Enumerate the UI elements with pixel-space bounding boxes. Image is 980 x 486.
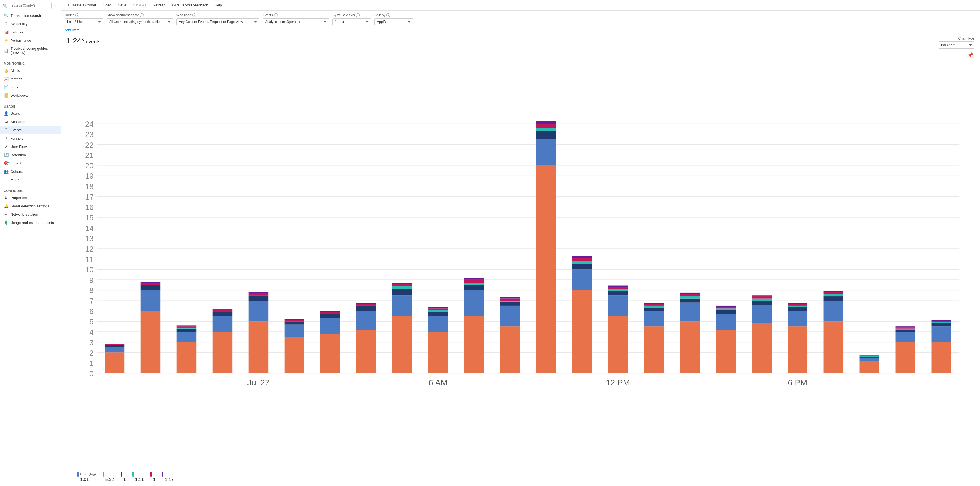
- add-filters-link[interactable]: Add filters: [61, 25, 980, 34]
- sidebar-item-metrics[interactable]: 📈 Metrics: [0, 75, 60, 83]
- svg-rect-74: [248, 292, 268, 293]
- sidebar-item-impact[interactable]: 🎯 Impact: [0, 159, 60, 167]
- svg-rect-101: [428, 307, 448, 308]
- sidebar-item-more[interactable]: ··· More: [0, 176, 60, 184]
- svg-rect-54: [141, 311, 161, 373]
- who-used-select[interactable]: Any Custom Events, Request or Page View: [177, 18, 259, 25]
- svg-rect-152: [752, 300, 772, 305]
- svg-rect-170: [860, 357, 879, 358]
- sidebar-item-users[interactable]: 👤 Users: [0, 109, 60, 118]
- sidebar-item-alerts[interactable]: 🔔 Alerts: [0, 66, 60, 75]
- svg-rect-61: [177, 329, 196, 332]
- svg-rect-99: [428, 310, 448, 312]
- svg-rect-94: [392, 284, 412, 286]
- sidebar-item-user-flows[interactable]: ↗ User Flows: [0, 142, 60, 151]
- help-button[interactable]: Help: [212, 2, 225, 9]
- svg-rect-172: [860, 355, 879, 356]
- svg-rect-108: [500, 327, 520, 373]
- svg-rect-66: [213, 316, 232, 332]
- toolbar: + Create a Cohort Open Save Save As Refr…: [61, 0, 980, 11]
- svg-rect-59: [177, 342, 196, 373]
- collapse-sidebar-button[interactable]: «: [53, 3, 58, 8]
- sidebar-item-sessions[interactable]: 🗂 Sessions: [0, 118, 60, 126]
- during-info-icon[interactable]: i: [75, 13, 80, 17]
- users-icon: 👤: [4, 111, 8, 116]
- sidebar-item-retention[interactable]: 🔄 Retention: [0, 151, 60, 159]
- svg-text:12: 12: [85, 245, 94, 253]
- legend-color-other: [78, 472, 78, 476]
- sidebar-item-failures[interactable]: 📊 Failures: [0, 28, 60, 36]
- sidebar-item-label-metrics: Metrics: [11, 77, 22, 81]
- svg-rect-134: [644, 308, 663, 311]
- main-content: + Create a Cohort Open Save Save As Refr…: [61, 0, 980, 486]
- events-select[interactable]: AnalyticsItemsOperation: [263, 18, 329, 25]
- sidebar-section-usage: Usage: [0, 102, 60, 109]
- sidebar-item-label-impact: Impact: [11, 161, 21, 165]
- sidebar-item-cohorts[interactable]: 👥 Cohorts: [0, 167, 60, 176]
- svg-text:4: 4: [89, 328, 94, 337]
- svg-text:10: 10: [85, 265, 94, 274]
- svg-rect-177: [896, 329, 915, 330]
- sidebar-item-usage-costs[interactable]: 💲 Usage and estimated costs: [0, 218, 60, 227]
- sidebar-item-properties[interactable]: ⚙ Properties: [0, 194, 60, 202]
- open-button[interactable]: Open: [100, 2, 115, 9]
- svg-rect-65: [213, 332, 232, 373]
- sidebar-item-label-alerts: Alerts: [11, 68, 20, 73]
- svg-rect-176: [896, 330, 915, 332]
- sidebar-item-label-logs: Logs: [11, 85, 18, 89]
- sidebar-item-network-isolation[interactable]: ↔ Network Isolation: [0, 210, 60, 218]
- sidebar-item-performance[interactable]: ⚡ Performance: [0, 36, 60, 44]
- refresh-button[interactable]: Refresh: [150, 2, 169, 9]
- bar-chart: 0123456789101112131415161718192021222324…: [66, 51, 974, 469]
- sidebar-item-transaction-search[interactable]: 🔍 Transaction search: [0, 11, 60, 20]
- events-icon: 🗓: [4, 128, 8, 132]
- show-for-info-icon[interactable]: i: [140, 13, 144, 17]
- by-value-select[interactable]: 1 hour6 hours12 hours1 day: [332, 18, 371, 25]
- search-input[interactable]: [9, 2, 52, 9]
- svg-rect-89: [356, 303, 376, 304]
- svg-rect-117: [536, 128, 556, 131]
- svg-rect-138: [680, 321, 700, 373]
- save-button[interactable]: Save: [116, 2, 129, 9]
- svg-text:11: 11: [85, 255, 94, 264]
- legend-item-app3: 1: [121, 472, 126, 482]
- sidebar-item-logs[interactable]: 📄 Logs: [0, 83, 60, 91]
- sidebar-item-availability[interactable]: ♡ Availability: [0, 20, 60, 28]
- svg-rect-136: [644, 304, 663, 306]
- svg-rect-63: [177, 327, 196, 327]
- legend-value-app4: 1.11: [135, 477, 144, 482]
- svg-rect-102: [464, 316, 484, 373]
- split-by-select[interactable]: AppIDNone: [374, 18, 413, 25]
- sidebar-item-workbooks[interactable]: 📒 Workbooks: [0, 91, 60, 100]
- sidebar-item-troubleshooting[interactable]: 📋 Troubleshooting guides (preview): [0, 44, 60, 57]
- sidebar-item-events[interactable]: 🗓 Events: [0, 126, 60, 134]
- events-info-icon[interactable]: i: [274, 13, 278, 17]
- svg-rect-80: [320, 334, 340, 373]
- save-as-button[interactable]: Save As: [130, 2, 149, 9]
- cohorts-icon: 👥: [4, 169, 8, 174]
- split-by-info-icon[interactable]: i: [386, 13, 390, 17]
- pin-icon[interactable]: 📌: [967, 52, 974, 58]
- sidebar-item-funnels[interactable]: ⬇ Funnels: [0, 134, 60, 142]
- svg-rect-107: [464, 278, 484, 280]
- legend-color-app6: [162, 472, 164, 476]
- feedback-button[interactable]: Give us your feedback: [169, 2, 210, 9]
- svg-rect-132: [644, 327, 663, 373]
- svg-rect-165: [824, 294, 843, 297]
- during-select[interactable]: Last 30 minutesLast hourLast 6 hoursLast…: [65, 18, 103, 25]
- by-value-info-icon[interactable]: i: [356, 13, 360, 17]
- metrics-icon: 📈: [4, 76, 8, 81]
- svg-rect-85: [356, 330, 376, 373]
- create-cohort-button[interactable]: + Create a Cohort: [65, 2, 99, 9]
- sidebar-item-smart-detection[interactable]: 🔔 Smart detection settings: [0, 202, 60, 210]
- svg-rect-178: [896, 327, 915, 329]
- sidebar-item-label-user-flows: User Flows: [11, 145, 29, 149]
- chart-type-select[interactable]: Bar chartLine chartArea chart: [939, 41, 974, 49]
- who-used-info-icon[interactable]: i: [192, 13, 196, 17]
- svg-rect-109: [500, 306, 520, 327]
- svg-rect-145: [716, 314, 735, 330]
- svg-rect-137: [644, 303, 663, 304]
- show-for-select[interactable]: All Users including synthetic trafficAll…: [107, 18, 173, 25]
- sidebar-item-label-transaction-search: Transaction search: [11, 14, 41, 18]
- logs-icon: 📄: [4, 85, 8, 89]
